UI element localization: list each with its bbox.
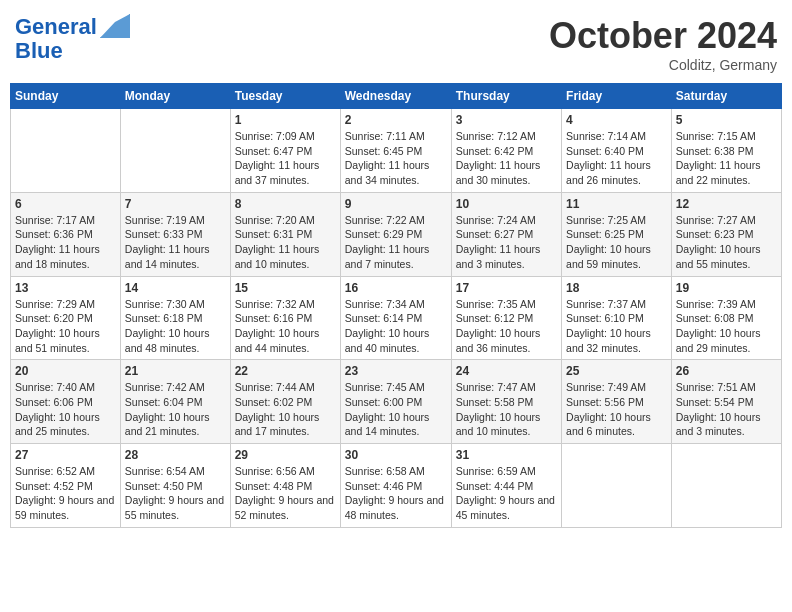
calendar-cell <box>11 109 121 193</box>
calendar-cell: 9Sunrise: 7:22 AM Sunset: 6:29 PM Daylig… <box>340 192 451 276</box>
day-info: Sunrise: 7:27 AM Sunset: 6:23 PM Dayligh… <box>676 213 777 272</box>
calendar-week-1: 1Sunrise: 7:09 AM Sunset: 6:47 PM Daylig… <box>11 109 782 193</box>
weekday-header-saturday: Saturday <box>671 84 781 109</box>
calendar-week-2: 6Sunrise: 7:17 AM Sunset: 6:36 PM Daylig… <box>11 192 782 276</box>
day-info: Sunrise: 7:32 AM Sunset: 6:16 PM Dayligh… <box>235 297 336 356</box>
calendar-cell: 17Sunrise: 7:35 AM Sunset: 6:12 PM Dayli… <box>451 276 561 360</box>
calendar-cell: 8Sunrise: 7:20 AM Sunset: 6:31 PM Daylig… <box>230 192 340 276</box>
day-info: Sunrise: 7:49 AM Sunset: 5:56 PM Dayligh… <box>566 380 667 439</box>
day-info: Sunrise: 7:35 AM Sunset: 6:12 PM Dayligh… <box>456 297 557 356</box>
logo-icon <box>100 14 130 38</box>
calendar-cell: 26Sunrise: 7:51 AM Sunset: 5:54 PM Dayli… <box>671 360 781 444</box>
day-number: 17 <box>456 281 557 295</box>
day-number: 12 <box>676 197 777 211</box>
calendar-cell: 30Sunrise: 6:58 AM Sunset: 4:46 PM Dayli… <box>340 444 451 528</box>
calendar-cell: 14Sunrise: 7:30 AM Sunset: 6:18 PM Dayli… <box>120 276 230 360</box>
calendar-week-3: 13Sunrise: 7:29 AM Sunset: 6:20 PM Dayli… <box>11 276 782 360</box>
location: Colditz, Germany <box>549 57 777 73</box>
day-number: 18 <box>566 281 667 295</box>
calendar-cell: 1Sunrise: 7:09 AM Sunset: 6:47 PM Daylig… <box>230 109 340 193</box>
calendar-cell: 24Sunrise: 7:47 AM Sunset: 5:58 PM Dayli… <box>451 360 561 444</box>
logo-text: General <box>15 15 97 39</box>
calendar-cell: 2Sunrise: 7:11 AM Sunset: 6:45 PM Daylig… <box>340 109 451 193</box>
weekday-header-thursday: Thursday <box>451 84 561 109</box>
calendar-cell: 3Sunrise: 7:12 AM Sunset: 6:42 PM Daylig… <box>451 109 561 193</box>
day-number: 16 <box>345 281 447 295</box>
day-info: Sunrise: 7:51 AM Sunset: 5:54 PM Dayligh… <box>676 380 777 439</box>
day-info: Sunrise: 7:45 AM Sunset: 6:00 PM Dayligh… <box>345 380 447 439</box>
day-number: 2 <box>345 113 447 127</box>
day-number: 9 <box>345 197 447 211</box>
calendar-cell: 5Sunrise: 7:15 AM Sunset: 6:38 PM Daylig… <box>671 109 781 193</box>
day-info: Sunrise: 6:58 AM Sunset: 4:46 PM Dayligh… <box>345 464 447 523</box>
day-info: Sunrise: 7:12 AM Sunset: 6:42 PM Dayligh… <box>456 129 557 188</box>
calendar-cell: 21Sunrise: 7:42 AM Sunset: 6:04 PM Dayli… <box>120 360 230 444</box>
calendar-cell: 10Sunrise: 7:24 AM Sunset: 6:27 PM Dayli… <box>451 192 561 276</box>
day-number: 24 <box>456 364 557 378</box>
day-number: 6 <box>15 197 116 211</box>
day-number: 14 <box>125 281 226 295</box>
calendar-cell: 6Sunrise: 7:17 AM Sunset: 6:36 PM Daylig… <box>11 192 121 276</box>
day-info: Sunrise: 7:25 AM Sunset: 6:25 PM Dayligh… <box>566 213 667 272</box>
day-info: Sunrise: 7:42 AM Sunset: 6:04 PM Dayligh… <box>125 380 226 439</box>
day-number: 11 <box>566 197 667 211</box>
day-number: 25 <box>566 364 667 378</box>
day-info: Sunrise: 7:44 AM Sunset: 6:02 PM Dayligh… <box>235 380 336 439</box>
calendar-cell <box>120 109 230 193</box>
calendar-cell: 11Sunrise: 7:25 AM Sunset: 6:25 PM Dayli… <box>562 192 672 276</box>
calendar-cell: 20Sunrise: 7:40 AM Sunset: 6:06 PM Dayli… <box>11 360 121 444</box>
day-info: Sunrise: 7:09 AM Sunset: 6:47 PM Dayligh… <box>235 129 336 188</box>
calendar-cell: 18Sunrise: 7:37 AM Sunset: 6:10 PM Dayli… <box>562 276 672 360</box>
svg-marker-1 <box>100 14 130 38</box>
day-number: 31 <box>456 448 557 462</box>
day-number: 27 <box>15 448 116 462</box>
day-info: Sunrise: 7:47 AM Sunset: 5:58 PM Dayligh… <box>456 380 557 439</box>
calendar-cell: 28Sunrise: 6:54 AM Sunset: 4:50 PM Dayli… <box>120 444 230 528</box>
day-number: 8 <box>235 197 336 211</box>
day-info: Sunrise: 7:20 AM Sunset: 6:31 PM Dayligh… <box>235 213 336 272</box>
day-number: 30 <box>345 448 447 462</box>
day-info: Sunrise: 7:39 AM Sunset: 6:08 PM Dayligh… <box>676 297 777 356</box>
calendar-cell: 4Sunrise: 7:14 AM Sunset: 6:40 PM Daylig… <box>562 109 672 193</box>
title-block: October 2024 Colditz, Germany <box>549 15 777 73</box>
calendar-cell: 23Sunrise: 7:45 AM Sunset: 6:00 PM Dayli… <box>340 360 451 444</box>
weekday-header-sunday: Sunday <box>11 84 121 109</box>
day-info: Sunrise: 7:40 AM Sunset: 6:06 PM Dayligh… <box>15 380 116 439</box>
weekday-header-tuesday: Tuesday <box>230 84 340 109</box>
day-info: Sunrise: 7:17 AM Sunset: 6:36 PM Dayligh… <box>15 213 116 272</box>
calendar-cell <box>562 444 672 528</box>
day-info: Sunrise: 7:30 AM Sunset: 6:18 PM Dayligh… <box>125 297 226 356</box>
day-info: Sunrise: 7:37 AM Sunset: 6:10 PM Dayligh… <box>566 297 667 356</box>
weekday-header-monday: Monday <box>120 84 230 109</box>
day-number: 1 <box>235 113 336 127</box>
page-header: General Blue October 2024 Colditz, Germa… <box>10 10 782 73</box>
day-number: 22 <box>235 364 336 378</box>
day-info: Sunrise: 7:19 AM Sunset: 6:33 PM Dayligh… <box>125 213 226 272</box>
day-number: 4 <box>566 113 667 127</box>
day-number: 3 <box>456 113 557 127</box>
calendar-cell: 7Sunrise: 7:19 AM Sunset: 6:33 PM Daylig… <box>120 192 230 276</box>
calendar-cell: 16Sunrise: 7:34 AM Sunset: 6:14 PM Dayli… <box>340 276 451 360</box>
calendar-cell: 12Sunrise: 7:27 AM Sunset: 6:23 PM Dayli… <box>671 192 781 276</box>
day-info: Sunrise: 7:22 AM Sunset: 6:29 PM Dayligh… <box>345 213 447 272</box>
weekday-header-wednesday: Wednesday <box>340 84 451 109</box>
calendar-cell: 15Sunrise: 7:32 AM Sunset: 6:16 PM Dayli… <box>230 276 340 360</box>
day-number: 29 <box>235 448 336 462</box>
logo-blue-text: Blue <box>15 39 130 63</box>
day-number: 20 <box>15 364 116 378</box>
day-info: Sunrise: 6:59 AM Sunset: 4:44 PM Dayligh… <box>456 464 557 523</box>
day-number: 5 <box>676 113 777 127</box>
calendar-cell: 25Sunrise: 7:49 AM Sunset: 5:56 PM Dayli… <box>562 360 672 444</box>
day-info: Sunrise: 6:56 AM Sunset: 4:48 PM Dayligh… <box>235 464 336 523</box>
calendar-cell <box>671 444 781 528</box>
day-info: Sunrise: 6:52 AM Sunset: 4:52 PM Dayligh… <box>15 464 116 523</box>
calendar-cell: 27Sunrise: 6:52 AM Sunset: 4:52 PM Dayli… <box>11 444 121 528</box>
day-number: 15 <box>235 281 336 295</box>
calendar-cell: 19Sunrise: 7:39 AM Sunset: 6:08 PM Dayli… <box>671 276 781 360</box>
weekday-header-friday: Friday <box>562 84 672 109</box>
day-number: 10 <box>456 197 557 211</box>
day-number: 21 <box>125 364 226 378</box>
day-info: Sunrise: 7:34 AM Sunset: 6:14 PM Dayligh… <box>345 297 447 356</box>
day-number: 7 <box>125 197 226 211</box>
day-number: 26 <box>676 364 777 378</box>
